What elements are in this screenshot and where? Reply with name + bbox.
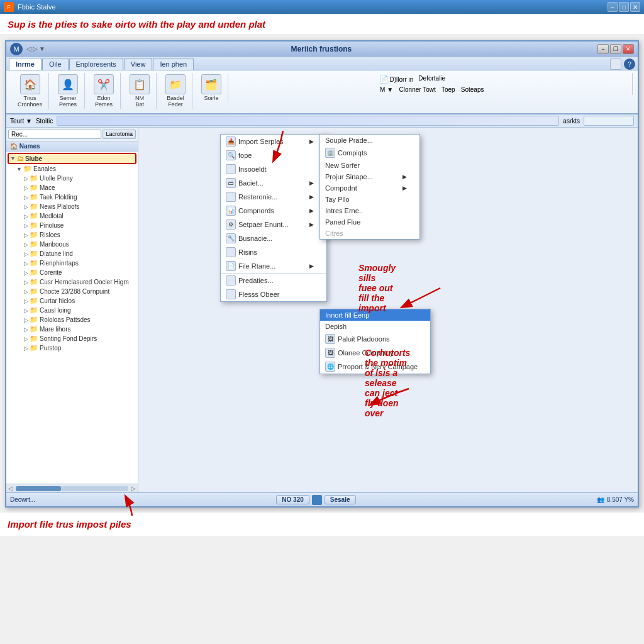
status-no320-label: NO 320 bbox=[282, 496, 303, 503]
ribbon-btn-nm[interactable]: 📋 NMBat bbox=[127, 73, 152, 109]
tab-oile[interactable]: Oile bbox=[42, 58, 69, 70]
sub1-projur[interactable]: Projur Sinape... ▶ bbox=[320, 171, 419, 182]
ribbon-btn-clonner[interactable]: Clonner Towt bbox=[397, 86, 438, 94]
tree-item-medlotal[interactable]: ▷ 📁 Medlotal bbox=[23, 211, 136, 221]
ribbon-btn-basdel[interactable]: 📁 BasdelFeder bbox=[163, 73, 188, 109]
tree-item-rienp[interactable]: ▷ 📁 Rienphinrtaps bbox=[23, 258, 136, 268]
sub2-paluit[interactable]: 🖼 Paluit Pladooons bbox=[320, 332, 430, 346]
sub1-souple[interactable]: Souple Prade... bbox=[320, 135, 419, 146]
tree-item-cusr[interactable]: ▷ 📁 Cusr Hernclasured Oocler Higm bbox=[23, 277, 136, 287]
resteronie-icon bbox=[226, 192, 236, 202]
right-panel: 📥 Import Serples ▶ 🔍 fope bbox=[138, 128, 638, 492]
sub1-compiqts[interactable]: 🏢 Compiqts bbox=[320, 146, 419, 160]
menu-item-compnords[interactable]: 📊 Compnords ▶ bbox=[221, 204, 326, 218]
soirle-label: Soirle bbox=[204, 95, 219, 101]
tree-item-diatune[interactable]: ▷ 📁 Diatune lind bbox=[23, 249, 136, 258]
ribbon-btn-soteaps[interactable]: Soteaps bbox=[459, 86, 486, 94]
scroll-track[interactable] bbox=[16, 486, 128, 491]
menu-item-fope[interactable]: 🔍 fope bbox=[221, 148, 326, 162]
sub1-citres[interactable]: Citres bbox=[320, 228, 419, 239]
toolbar-slider[interactable] bbox=[57, 116, 559, 126]
tree-item-purstop[interactable]: ▷ 📁 Purstop bbox=[23, 343, 136, 353]
folder-icon-slube: 🗂 bbox=[17, 155, 24, 162]
tree-scrollbar[interactable]: ◁ ▷ bbox=[6, 484, 138, 492]
app-minimize-btn[interactable]: − bbox=[597, 44, 609, 54]
maximize-button[interactable]: □ bbox=[619, 2, 629, 12]
sub1-paned[interactable]: Paned Flue bbox=[320, 216, 419, 228]
status-no320-btn[interactable]: NO 320 bbox=[276, 495, 309, 504]
ribbon-btn-tnus[interactable]: 🏠 TnusCronhoes bbox=[15, 73, 45, 109]
tree-item-curtar[interactable]: ▷ 📁 Curtar hiclos bbox=[23, 296, 136, 306]
tree-item-slube[interactable]: ▼ 🗂 Slube bbox=[8, 153, 136, 164]
menu-item-resteronie[interactable]: Resteronie... ▶ bbox=[221, 190, 326, 204]
minimize-button[interactable]: − bbox=[608, 2, 618, 12]
sub2-depish[interactable]: Depish bbox=[320, 321, 430, 332]
quick-access: ◁ ▷ ▼ bbox=[26, 45, 45, 52]
tree-item-ulolle[interactable]: ▷ 📁 Ulolle Plony bbox=[23, 174, 136, 183]
ribbon-btn-soirle[interactable]: 🗂️ Soirle bbox=[199, 73, 224, 103]
tree-item-news[interactable]: ▷ 📁 News Plaloofs bbox=[23, 202, 136, 211]
annotation-smougly: Smougly sills fuee out fill the import bbox=[358, 263, 396, 313]
menu-item-insooeldt[interactable]: Insooeldt bbox=[221, 162, 326, 176]
sub1-intres[interactable]: Intres Erne.. bbox=[320, 205, 419, 216]
tree-label-cusr: Cusr Hernclasured Oocler Higm bbox=[40, 279, 129, 286]
ribbon-btn-defortalie[interactable]: Defortalie bbox=[416, 74, 447, 84]
tree-item-eanales[interactable]: ▼ 📁 Eanales bbox=[15, 164, 136, 174]
tab-ienphen[interactable]: Ien phen bbox=[153, 58, 194, 70]
status-icon-btn[interactable] bbox=[312, 495, 322, 505]
tab-enploresents[interactable]: Enploresents bbox=[69, 58, 123, 70]
tree-item-mare[interactable]: ▷ 📁 Mare lihors bbox=[23, 325, 136, 334]
tab-inrme[interactable]: Inrme bbox=[9, 58, 42, 70]
menu-item-setpaer[interactable]: ⚙ Setpaer Enunt... ▶ bbox=[221, 218, 326, 231]
close-button[interactable]: ✕ bbox=[630, 2, 640, 12]
tree-item-corerite[interactable]: ▷ 📁 Corerite bbox=[23, 268, 136, 277]
menu-item-predaties[interactable]: Predaties... bbox=[221, 273, 326, 287]
sub1-compodnt[interactable]: Compodnt ▶ bbox=[320, 182, 419, 194]
setpaer-label: Setpaer Enunt... bbox=[238, 221, 289, 228]
tree-item-manboous[interactable]: ▷ 📁 Manboous bbox=[23, 240, 136, 249]
tree-item-taek[interactable]: ▷ 📁 Taek Plolding bbox=[23, 192, 136, 202]
basdel-label: BasdelFeder bbox=[167, 95, 184, 108]
status-bar: Deowrt... NO 320 Sesale 👥 8.507 Y% bbox=[6, 492, 638, 506]
tree-item-chocte[interactable]: ▷ 📁 Chocte 23/288 Cornpuint bbox=[23, 287, 136, 296]
compiqts-row: 🏢 Compiqts bbox=[325, 148, 367, 158]
sub1-tay-pllo[interactable]: Tay Pllo bbox=[320, 194, 419, 205]
sub2-innort-fill[interactable]: Innort fill Eerip bbox=[320, 309, 430, 321]
app-restore-btn[interactable]: ❐ bbox=[610, 44, 621, 54]
app-close-btn[interactable]: ✕ bbox=[623, 44, 634, 54]
expand-icon-mare: ▷ bbox=[24, 326, 28, 333]
menu-item-import-serples[interactable]: 📥 Import Serples ▶ bbox=[221, 135, 326, 148]
ribbon-btn-edon[interactable]: ✂️ EdonPemes bbox=[91, 73, 116, 109]
sub1-new-sorfer[interactable]: New Sorfer bbox=[320, 160, 419, 171]
main-content-area: Lacrotoma 🏠 Names ▼ 🗂 Slube ▼ 📁 Eanales bbox=[6, 128, 638, 492]
search-input[interactable] bbox=[8, 130, 101, 139]
edon-icon: ✂️ bbox=[94, 74, 114, 94]
ribbon-btn-toep[interactable]: Toep bbox=[439, 86, 458, 94]
status-sesale-btn[interactable]: Sesale bbox=[325, 495, 356, 504]
ribbon-btn-semer[interactable]: 👤 SemerPemes bbox=[55, 73, 80, 109]
menu-item-file-rtane[interactable]: 📄 File Rtane... ▶ bbox=[221, 259, 326, 273]
sub2-prroport[interactable]: 🌐 Prroport & Nerv Campage bbox=[320, 360, 430, 374]
tree-item-rololoas[interactable]: ▷ 📁 Rololoas Pattsdes bbox=[23, 315, 136, 325]
citres-label: Citres bbox=[325, 230, 343, 237]
tree-item-causl[interactable]: ▷ 📁 Causl loing bbox=[23, 306, 136, 315]
user-btn[interactable]: ? bbox=[624, 58, 635, 70]
info-btn[interactable] bbox=[610, 58, 621, 70]
search-btn[interactable]: Lacrotoma bbox=[103, 130, 136, 139]
tab-view[interactable]: View bbox=[124, 58, 153, 70]
file-rtane-label: File Rtane... bbox=[238, 262, 275, 270]
menu-item-baciet[interactable]: 🗃 Baciet... ▶ bbox=[221, 176, 326, 190]
ribbon-btn-mv[interactable]: M ▼ bbox=[377, 86, 396, 94]
ribbon-btn-dllorrin[interactable]: 📄 D)llorr in bbox=[377, 74, 416, 84]
toolbar-dropdown[interactable] bbox=[584, 116, 634, 126]
menu-item-busnacie[interactable]: 🔧 Busnacie... bbox=[221, 231, 326, 245]
tree-item-pinoluse[interactable]: ▷ 📁 Pinoluse bbox=[23, 221, 136, 230]
tree-item-sonting[interactable]: ▷ 📁 Sonting Fond Depirs bbox=[23, 334, 136, 343]
menu-item-flesss[interactable]: Flesss Obeer bbox=[221, 287, 326, 301]
sub2-olanee[interactable]: 🖼 Olanee Compotoy bbox=[320, 346, 430, 360]
tree-item-mace[interactable]: ▷ 📁 Mace bbox=[23, 183, 136, 192]
tree-item-risloes[interactable]: ▷ 📁 Risloes bbox=[23, 230, 136, 240]
tree-label-corerite: Corerite bbox=[40, 269, 62, 276]
folder-icon-rololoas: 📁 bbox=[30, 316, 38, 324]
menu-item-risins[interactable]: Risins bbox=[221, 245, 326, 259]
